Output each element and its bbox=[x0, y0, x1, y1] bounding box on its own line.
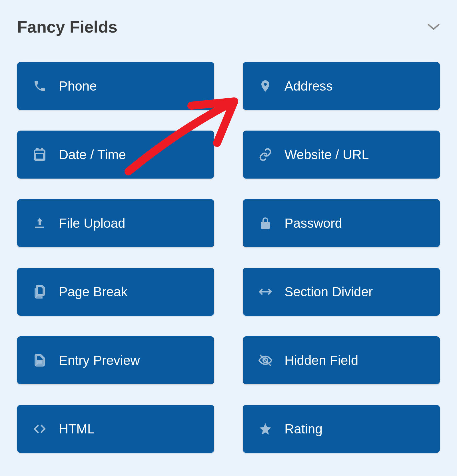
document-icon bbox=[33, 353, 47, 367]
datetime-field-button[interactable]: Date / Time bbox=[17, 131, 214, 179]
hidden-field-button[interactable]: Hidden Field bbox=[243, 336, 440, 384]
address-field-button[interactable]: Address bbox=[243, 62, 440, 110]
section-divider-field-button[interactable]: Section Divider bbox=[243, 268, 440, 316]
field-label: Rating bbox=[284, 421, 322, 437]
panel-header[interactable]: Fancy Fields bbox=[17, 17, 440, 36]
field-label: Page Break bbox=[59, 284, 127, 299]
code-icon bbox=[33, 422, 47, 436]
lock-icon bbox=[258, 216, 272, 230]
star-icon bbox=[258, 422, 272, 436]
rating-field-button[interactable]: Rating bbox=[243, 405, 440, 453]
field-label: File Upload bbox=[59, 215, 125, 231]
field-grid: Phone Address Date / Time Website / URL bbox=[17, 62, 440, 453]
calendar-icon bbox=[33, 147, 47, 162]
panel-title: Fancy Fields bbox=[17, 17, 117, 36]
field-label: Hidden Field bbox=[284, 353, 358, 368]
fancy-fields-panel: Fancy Fields Phone Address Date / Time bbox=[0, 0, 457, 453]
link-icon bbox=[258, 147, 272, 162]
pin-icon bbox=[258, 79, 272, 93]
page-break-field-button[interactable]: Page Break bbox=[17, 268, 214, 316]
website-field-button[interactable]: Website / URL bbox=[243, 131, 440, 179]
phone-field-button[interactable]: Phone bbox=[17, 62, 214, 110]
file-upload-field-button[interactable]: File Upload bbox=[17, 199, 214, 247]
field-label: Date / Time bbox=[59, 147, 126, 162]
password-field-button[interactable]: Password bbox=[243, 199, 440, 247]
phone-icon bbox=[33, 79, 47, 93]
field-label: Section Divider bbox=[284, 284, 373, 299]
field-label: Website / URL bbox=[284, 147, 369, 162]
upload-icon bbox=[33, 216, 47, 230]
pages-icon bbox=[33, 285, 47, 299]
divider-icon bbox=[258, 285, 272, 299]
eye-off-icon bbox=[258, 353, 272, 367]
field-label: HTML bbox=[59, 421, 95, 437]
chevron-down-icon bbox=[427, 21, 440, 33]
html-field-button[interactable]: HTML bbox=[17, 405, 214, 453]
entry-preview-field-button[interactable]: Entry Preview bbox=[17, 336, 214, 384]
field-label: Phone bbox=[59, 78, 97, 94]
field-label: Password bbox=[284, 215, 342, 231]
field-label: Address bbox=[284, 78, 333, 94]
field-label: Entry Preview bbox=[59, 353, 140, 368]
